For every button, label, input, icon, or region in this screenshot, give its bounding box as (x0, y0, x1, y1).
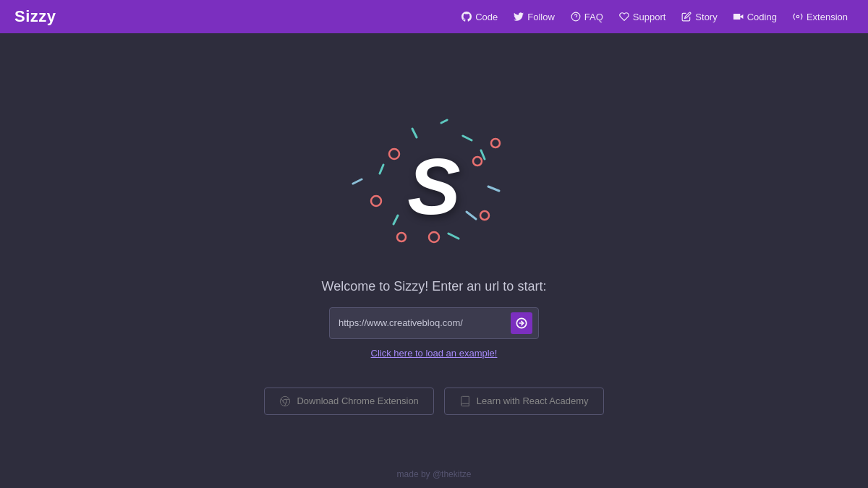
story-icon (681, 12, 692, 22)
nav-coding-label: Coding (747, 12, 777, 22)
bottom-buttons: Download Chrome Extension Learn with Rea… (264, 388, 603, 415)
url-submit-button[interactable] (511, 312, 532, 334)
nav-link-extension[interactable]: Extension (787, 9, 854, 25)
example-link[interactable]: Click here to load an example! (371, 348, 498, 359)
svg-line-10 (353, 179, 362, 184)
svg-line-2 (463, 136, 472, 140)
svg-line-4 (393, 215, 398, 224)
svg-point-13 (371, 196, 381, 206)
nav-link-support[interactable]: Support (613, 9, 672, 25)
footer: made by @thekitze (0, 469, 868, 479)
chrome-extension-button[interactable]: Download Chrome Extension (264, 388, 433, 415)
support-icon (619, 12, 629, 22)
footer-text: made by @thekitze (397, 469, 472, 479)
nav-support-label: Support (633, 12, 666, 22)
svg-line-6 (380, 165, 383, 174)
nav-follow-label: Follow (527, 12, 555, 22)
nav-code-label: Code (475, 12, 498, 22)
svg-point-12 (473, 157, 482, 166)
nav-link-story[interactable]: Story (676, 9, 723, 25)
svg-line-8 (488, 187, 499, 191)
logo-letter: S (407, 147, 460, 226)
nav-link-faq[interactable]: FAQ (565, 9, 609, 25)
url-input[interactable] (339, 317, 511, 328)
nav-story-label: Story (695, 12, 717, 22)
svg-point-15 (480, 211, 489, 220)
coding-icon (733, 12, 744, 22)
react-academy-button[interactable]: Learn with React Academy (444, 388, 604, 415)
faq-icon (571, 12, 581, 22)
url-form (329, 307, 539, 339)
brand-logo[interactable]: Sizzy (14, 7, 56, 26)
github-icon (461, 12, 472, 22)
svg-line-9 (467, 212, 476, 219)
react-academy-label: Learn with React Academy (477, 395, 589, 406)
extension-icon (793, 12, 803, 22)
svg-line-3 (481, 150, 485, 159)
chrome-extension-label: Download Chrome Extension (297, 395, 418, 406)
welcome-text: Welcome to Sizzy! Enter an url to start: (322, 279, 547, 294)
svg-line-5 (448, 234, 459, 239)
svg-point-1 (796, 15, 799, 18)
chrome-icon (279, 395, 291, 407)
twitter-icon (514, 12, 524, 22)
nav-links: Code Follow FAQ Support Story Coding (456, 9, 854, 25)
logo-container: S (340, 107, 528, 266)
navbar: Sizzy Code Follow FAQ Support Story (0, 0, 868, 33)
book-icon (459, 395, 471, 407)
svg-line-7 (412, 129, 417, 137)
main-content: S Welcome to Sizzy! Enter an url to star… (0, 33, 868, 488)
svg-point-11 (389, 149, 399, 159)
nav-link-coding[interactable]: Coding (728, 9, 783, 25)
svg-point-16 (491, 139, 500, 147)
nav-link-follow[interactable]: Follow (508, 9, 561, 25)
nav-link-code[interactable]: Code (456, 9, 503, 25)
svg-point-17 (397, 233, 406, 241)
nav-faq-label: FAQ (584, 12, 603, 22)
arrow-right-icon (516, 317, 527, 329)
svg-line-18 (441, 120, 447, 123)
svg-point-14 (429, 232, 439, 242)
nav-extension-label: Extension (807, 12, 848, 22)
